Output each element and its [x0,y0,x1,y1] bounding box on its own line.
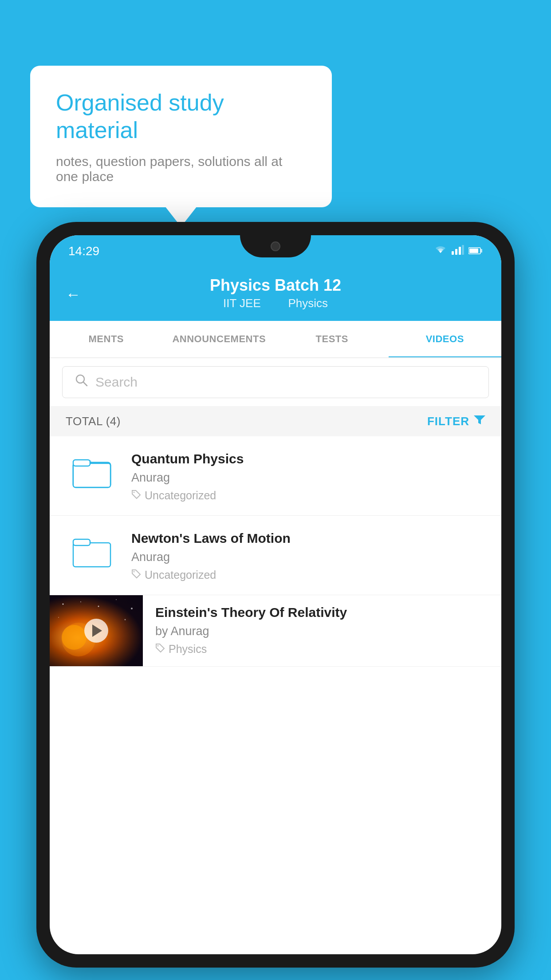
newton-info: Newton's Laws of Motion Anurag Uncategor… [131,529,488,581]
wifi-icon [434,245,447,257]
quantum-tag-label: Uncategorized [145,489,216,502]
header-subject: Physics [288,296,328,310]
einstein-tag: Physics [155,643,488,656]
svg-rect-5 [469,249,478,253]
total-count: TOTAL (4) [66,415,121,428]
quantum-thumb [63,450,121,498]
svg-line-8 [83,382,87,386]
speech-bubble-subtitle: notes, question papers, solutions all at… [56,154,306,184]
search-icon [75,374,88,391]
svg-rect-3 [462,245,464,255]
svg-rect-2 [459,247,461,255]
app-header: ← Physics Batch 12 IIT JEE Physics [50,267,501,321]
einstein-info: Einstein's Theory Of Relativity by Anura… [153,595,488,656]
speech-bubble-title: Organised study material [56,89,306,144]
svg-point-20 [116,599,117,600]
quantum-tag: Uncategorized [131,489,488,502]
quantum-title: Quantum Physics [131,451,488,466]
tab-announcements[interactable]: ANNOUNCEMENTS [163,321,276,357]
quantum-author: Anurag [131,471,488,485]
svg-point-17 [63,604,64,605]
header-subtitle: IIT JEE Physics [68,296,483,310]
svg-point-21 [131,608,133,609]
svg-point-23 [125,619,126,620]
play-triangle-icon [92,624,102,637]
svg-rect-15 [73,539,90,545]
notch [240,235,311,257]
speech-bubble-container: Organised study material notes, question… [30,66,332,207]
tab-tests[interactable]: TESTS [276,321,389,357]
tag-icon-newton [131,569,141,581]
search-placeholder: Search [95,375,138,390]
video-item-newton[interactable]: Newton's Laws of Motion Anurag Uncategor… [50,516,501,595]
status-time: 14:29 [68,244,99,258]
header-course: IIT JEE [223,296,261,310]
svg-point-26 [157,645,159,646]
video-list: Quantum Physics Anurag Uncategorized [50,436,501,667]
folder-icon-quantum [72,454,112,494]
back-button[interactable]: ← [66,285,81,303]
svg-rect-0 [452,251,454,255]
search-bar[interactable]: Search [62,366,489,398]
tabs-bar: MENTS ANNOUNCEMENTS TESTS VIDEOS [50,321,501,358]
svg-rect-14 [73,543,110,567]
folder-icon-newton [72,534,112,573]
einstein-thumbnail [50,595,143,666]
svg-rect-11 [73,463,110,487]
phone-frame: 14:29 [36,222,515,968]
svg-point-13 [134,491,135,493]
tag-icon-quantum [131,490,141,502]
header-title: Physics Batch 12 [68,276,483,295]
newton-author: Anurag [131,550,488,564]
svg-rect-6 [480,249,482,253]
filter-icon [474,414,485,428]
filter-bar: TOTAL (4) FILTER [50,406,501,436]
header-separator [273,296,279,310]
einstein-title: Einstein's Theory Of Relativity [155,605,488,620]
filter-label: FILTER [427,415,469,428]
einstein-tag-label: Physics [169,643,207,656]
phone-inner: 14:29 [50,235,501,954]
newton-tag-label: Uncategorized [145,569,216,581]
svg-point-16 [134,571,135,572]
filter-button[interactable]: FILTER [427,414,485,428]
svg-point-22 [58,617,59,618]
video-item-quantum[interactable]: Quantum Physics Anurag Uncategorized [50,436,501,516]
speech-bubble: Organised study material notes, question… [30,66,332,207]
tag-icon-einstein [155,643,165,656]
video-item-einstein[interactable]: Einstein's Theory Of Relativity by Anura… [50,595,501,667]
quantum-info: Quantum Physics Anurag Uncategorized [131,450,488,502]
svg-point-19 [98,606,99,607]
newton-tag: Uncategorized [131,569,488,581]
tab-ments[interactable]: MENTS [50,321,163,357]
svg-rect-1 [455,249,457,255]
battery-icon [468,245,483,257]
newton-title: Newton's Laws of Motion [131,531,488,546]
status-icons [434,245,483,257]
status-bar: 14:29 [50,235,501,267]
search-container: Search [50,358,501,406]
play-button[interactable] [84,619,108,643]
svg-rect-12 [73,460,90,466]
notch-camera [271,241,280,251]
svg-point-18 [80,601,81,602]
svg-point-25 [62,625,87,650]
tab-videos[interactable]: VIDEOS [389,321,502,357]
newton-thumb [63,529,121,578]
einstein-author: by Anurag [155,624,488,638]
signal-icon [452,245,464,257]
